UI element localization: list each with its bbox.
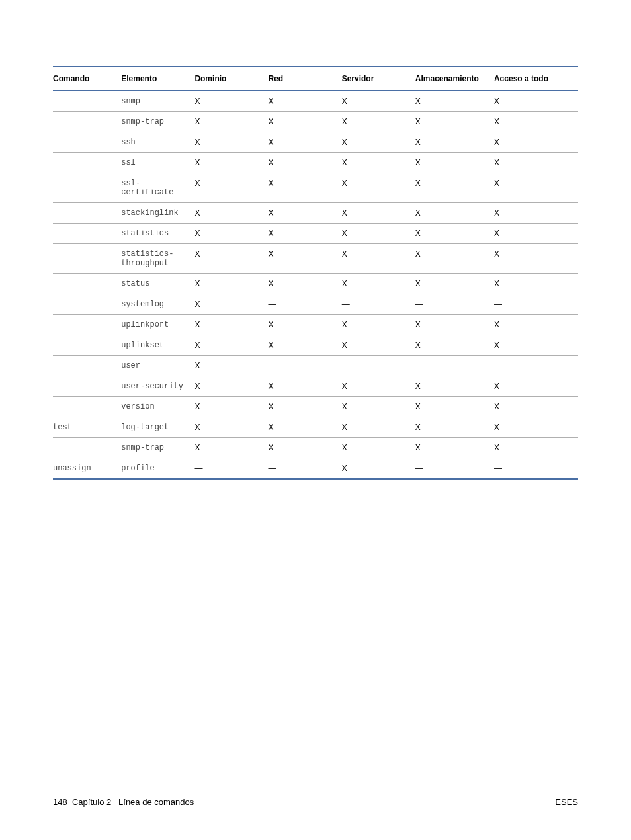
cell-red: X: [269, 417, 342, 438]
cell-servidor: X: [342, 153, 415, 173]
cell-acceso: X: [494, 203, 578, 224]
cell-dominio: X: [194, 397, 268, 417]
table-row: statisticsXXXXX: [53, 224, 578, 244]
cell-almacenamiento: X: [415, 132, 494, 153]
cell-elemento: uplinkset: [121, 335, 194, 356]
cell-servidor: X: [342, 438, 415, 458]
table-row: snmpXXXXX: [53, 91, 578, 112]
table-row: statistics-throughputXXXXX: [53, 244, 578, 274]
footer-right: ESES: [555, 797, 578, 807]
cell-acceso: X: [494, 132, 578, 153]
cell-acceso: X: [494, 438, 578, 458]
cell-almacenamiento: X: [415, 438, 494, 458]
cell-servidor: X: [342, 224, 415, 244]
cell-almacenamiento: —: [415, 356, 494, 376]
cell-comando: [53, 356, 121, 376]
cell-acceso: X: [494, 376, 578, 397]
cell-acceso: X: [494, 315, 578, 335]
cell-acceso: X: [494, 335, 578, 356]
cell-elemento: user-security: [121, 376, 194, 397]
cell-acceso: X: [494, 417, 578, 438]
cell-red: X: [269, 153, 342, 173]
table-row: sslXXXXX: [53, 153, 578, 173]
cell-comando: [53, 294, 121, 315]
cell-red: X: [269, 376, 342, 397]
page-footer: 148 Capítulo 2 Línea de comandos ESES: [53, 797, 578, 807]
cell-almacenamiento: X: [415, 224, 494, 244]
table-row: snmp-trapXXXXX: [53, 438, 578, 458]
cell-comando: test: [53, 417, 121, 438]
cell-acceso: X: [494, 397, 578, 417]
cell-dominio: X: [194, 203, 268, 224]
cell-almacenamiento: X: [415, 335, 494, 356]
cell-almacenamiento: X: [415, 112, 494, 132]
cell-almacenamiento: X: [415, 244, 494, 274]
permissions-table: Comando Elemento Dominio Red Servidor Al…: [53, 66, 578, 480]
cell-red: X: [269, 397, 342, 417]
cell-acceso: X: [494, 274, 578, 294]
cell-dominio: X: [194, 356, 268, 376]
cell-almacenamiento: X: [415, 203, 494, 224]
cell-dominio: X: [194, 274, 268, 294]
table-row: snmp-trapXXXXX: [53, 112, 578, 132]
cell-dominio: X: [194, 335, 268, 356]
cell-comando: unassign: [53, 458, 121, 480]
cell-acceso: X: [494, 224, 578, 244]
cell-dominio: X: [194, 315, 268, 335]
cell-comando: [53, 203, 121, 224]
cell-almacenamiento: X: [415, 91, 494, 112]
table-row: uplinksetXXXXX: [53, 335, 578, 356]
cell-servidor: X: [342, 132, 415, 153]
cell-acceso: —: [494, 458, 578, 480]
cell-servidor: X: [342, 244, 415, 274]
cell-comando: [53, 397, 121, 417]
header-red: Red: [269, 67, 342, 91]
cell-elemento: statistics-throughput: [121, 244, 194, 274]
cell-servidor: X: [342, 376, 415, 397]
table-row: unassignprofile——X——: [53, 458, 578, 480]
cell-dominio: X: [194, 153, 268, 173]
cell-red: —: [269, 356, 342, 376]
cell-red: X: [269, 274, 342, 294]
cell-elemento: snmp: [121, 91, 194, 112]
cell-dominio: X: [194, 132, 268, 153]
cell-red: X: [269, 91, 342, 112]
cell-red: X: [269, 335, 342, 356]
table-row: user-securityXXXXX: [53, 376, 578, 397]
cell-almacenamiento: X: [415, 417, 494, 438]
table-row: sshXXXXX: [53, 132, 578, 153]
cell-elemento: systemlog: [121, 294, 194, 315]
cell-comando: [53, 315, 121, 335]
cell-red: X: [269, 224, 342, 244]
cell-elemento: stackinglink: [121, 203, 194, 224]
table-row: statusXXXXX: [53, 274, 578, 294]
cell-comando: [53, 132, 121, 153]
header-servidor: Servidor: [342, 67, 415, 91]
cell-elemento: ssl-certificate: [121, 173, 194, 203]
header-acceso: Acceso a todo: [494, 67, 578, 91]
cell-servidor: X: [342, 397, 415, 417]
cell-comando: [53, 244, 121, 274]
cell-comando: [53, 376, 121, 397]
cell-elemento: ssh: [121, 132, 194, 153]
cell-servidor: X: [342, 173, 415, 203]
cell-red: X: [269, 132, 342, 153]
cell-dominio: X: [194, 91, 268, 112]
cell-servidor: X: [342, 417, 415, 438]
cell-almacenamiento: X: [415, 376, 494, 397]
cell-red: —: [269, 458, 342, 480]
cell-almacenamiento: —: [415, 458, 494, 480]
cell-dominio: X: [194, 224, 268, 244]
cell-red: X: [269, 244, 342, 274]
cell-servidor: X: [342, 315, 415, 335]
cell-almacenamiento: —: [415, 294, 494, 315]
cell-comando: [53, 153, 121, 173]
cell-almacenamiento: X: [415, 397, 494, 417]
table-row: uplinkportXXXXX: [53, 315, 578, 335]
cell-elemento: snmp-trap: [121, 438, 194, 458]
header-almacenamiento: Almacenamiento: [415, 67, 494, 91]
cell-dominio: X: [194, 417, 268, 438]
cell-red: X: [269, 315, 342, 335]
cell-acceso: X: [494, 112, 578, 132]
header-dominio: Dominio: [194, 67, 268, 91]
